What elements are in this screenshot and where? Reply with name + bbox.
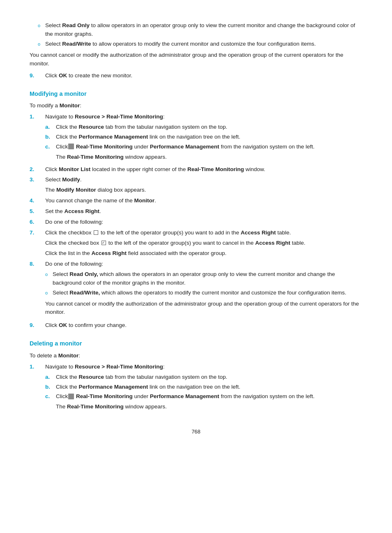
step-number: 7. <box>30 229 45 258</box>
modifying-steps: 1. Navigate to Resource > Real-Time Moni… <box>30 113 362 330</box>
monitor-bold: Monitor <box>60 102 80 109</box>
top-step-9: 9. Click OK to create the new monitor. <box>30 72 362 80</box>
step8-bullets: o Select Read Only, which allows the ope… <box>45 270 362 297</box>
modifying-intro: To modify a Monitor: <box>30 102 362 110</box>
bullet-icon: o <box>45 270 53 287</box>
list-item: 9. Click OK to create the new monitor. <box>30 72 362 80</box>
list-item: o Select Read/Write to allow operators t… <box>30 40 362 49</box>
step-number: 8. <box>30 260 45 320</box>
list-item: 5. Set the Access Right. <box>30 207 362 216</box>
step-number: 1. <box>30 363 45 413</box>
step-number: 2. <box>30 165 45 174</box>
alpha-a: a. <box>45 373 56 382</box>
list-item: 1. Navigate to Resource > Real-Time Moni… <box>30 363 362 413</box>
read-write-label: Read/Write <box>62 41 91 47</box>
nav-path: Resource > Real-Time Monitoring <box>75 114 163 120</box>
list-item: b. Click the Performance Management link… <box>45 383 362 392</box>
list-item: c. Click Real-Time Monitoring under Perf… <box>45 143 362 162</box>
ok-label: OK <box>59 72 67 79</box>
list-item: 1. Navigate to Resource > Real-Time Moni… <box>30 113 362 163</box>
list-item: 2. Click Monitor List located in the upp… <box>30 165 362 174</box>
bullet-icon: o <box>45 289 53 297</box>
read-only-label: Read Only <box>62 22 90 28</box>
step8-note: You cannot cancel or modify the authoriz… <box>45 300 362 317</box>
alpha-b: b. <box>45 133 56 141</box>
alpha-c: c. <box>45 143 56 162</box>
list-item: b. Click the Performance Management link… <box>45 133 362 141</box>
step-number: 9. <box>30 72 45 80</box>
alpha-a: a. <box>45 123 56 132</box>
step-number: 1. <box>30 113 45 163</box>
list-item: o Select Read Only, which allows the ope… <box>45 270 362 287</box>
deleting-intro: To delete a Monitor: <box>30 352 362 360</box>
step-number: 9. <box>30 321 45 330</box>
step-number: 5. <box>30 207 45 216</box>
top-note: You cannot cancel or modify the authoriz… <box>30 51 362 68</box>
list-item: a. Click the Resource tab from the tabul… <box>45 373 362 382</box>
sub-steps: a. Click the Resource tab from the tabul… <box>45 123 362 162</box>
deleting-monitor-heading: Deleting a monitor <box>30 339 362 348</box>
list-item: 7. Click the checkbox to the left of the… <box>30 229 362 258</box>
deleting-steps: 1. Navigate to Resource > Real-Time Moni… <box>30 363 362 413</box>
checkbox-icon <box>94 230 98 235</box>
list-item: 6. Do one of the following: <box>30 218 362 227</box>
sub-steps: a. Click the Resource tab from the tabul… <box>45 373 362 412</box>
alpha-c: c. <box>45 392 56 411</box>
checkbox-checked-icon <box>101 241 106 245</box>
list-item: 8. Do one of the following: o Select Rea… <box>30 260 362 320</box>
step-number: 3. <box>30 176 45 195</box>
list-item: 3. Select Modify. The Modify Monitor dia… <box>30 176 362 195</box>
list-item: a. Click the Resource tab from the tabul… <box>45 123 362 132</box>
step-number: 4. <box>30 197 45 205</box>
bullet-icon: o <box>38 40 45 49</box>
nav-icon <box>68 394 74 399</box>
page-number: 768 <box>30 428 362 436</box>
modifying-monitor-heading: Modifying a monitor <box>30 89 362 98</box>
nav-path: Resource > Real-Time Monitoring <box>75 364 163 370</box>
page: o Select Read Only to allow operators in… <box>0 0 392 533</box>
list-item: c. Click Real-Time Monitoring under Perf… <box>45 392 362 411</box>
list-item: o Select Read Only to allow operators in… <box>30 21 362 39</box>
step-number: 6. <box>30 218 45 227</box>
list-item: o Select Read/Write, which allows the op… <box>45 289 362 297</box>
alpha-b: b. <box>45 383 56 392</box>
list-item: 9. Click OK to confirm your change. <box>30 321 362 330</box>
top-bullet-list: o Select Read Only to allow operators in… <box>30 21 362 49</box>
monitor-bold: Monitor <box>58 352 79 359</box>
list-item: 4. You cannot change the name of the Mon… <box>30 197 362 205</box>
bullet-icon: o <box>38 21 45 39</box>
nav-icon <box>68 144 74 149</box>
